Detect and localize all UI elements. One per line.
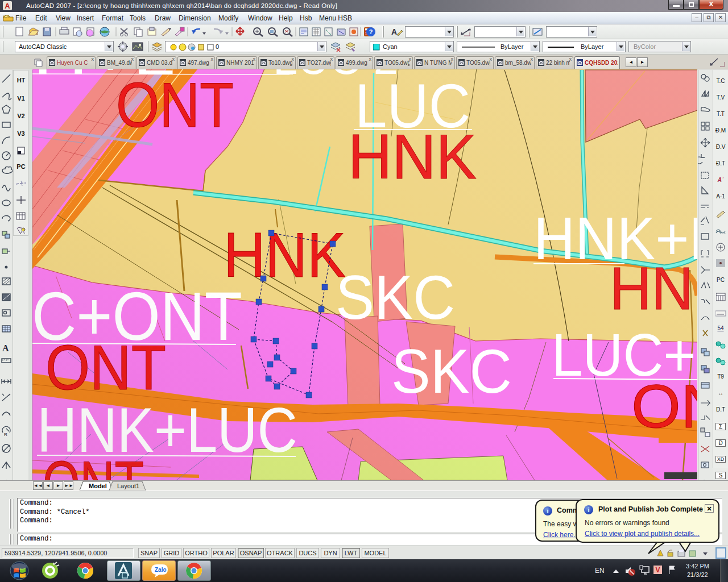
svg-text:R: R [4, 432, 7, 437]
svg-text:?: ? [369, 28, 373, 35]
svg-text:A: A [391, 27, 397, 36]
svg-text:Layout1: Layout1 [117, 483, 139, 489]
svg-text:Zalo: Zalo [155, 567, 167, 573]
svg-text:V: V [655, 566, 660, 574]
svg-text:A: A [5, 2, 10, 10]
svg-text:Model: Model [89, 483, 107, 489]
svg-text:A: A [2, 343, 9, 353]
